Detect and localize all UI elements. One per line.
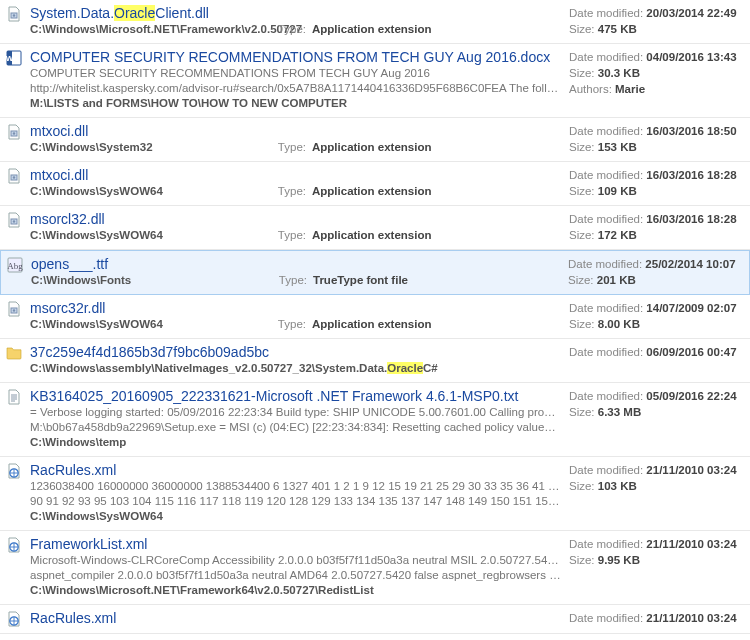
result-path: M:\LISTS and FORMS\HOW TO\HOW TO NEW COM… <box>30 97 347 109</box>
file-type-icon <box>6 299 26 332</box>
svg-text:Abg: Abg <box>7 261 23 271</box>
search-result-row[interactable]: WCOMPUTER SECURITY RECOMMENDATIONS FROM … <box>0 44 750 118</box>
result-title[interactable]: msorcl32.dll <box>30 210 561 228</box>
date-modified: Date modified: 21/11/2010 03:24 <box>569 610 744 626</box>
file-size: Size: 30.3 KB <box>569 65 744 81</box>
result-meta: Date modified: 16/03/2016 18:28Size: 109… <box>569 166 744 199</box>
search-result-row[interactable]: mtxoci.dllC:\Windows\SysWOW64Type:Applic… <box>0 162 750 206</box>
application-extension-icon <box>6 168 22 184</box>
result-title[interactable]: FrameworkList.xml <box>30 535 561 553</box>
result-path: C:\Windows\temp <box>30 436 126 448</box>
file-type-icon <box>6 210 26 243</box>
result-title[interactable]: RacRules.xml <box>30 461 561 479</box>
file-type-icon <box>6 343 26 376</box>
font-file-icon: Abg <box>7 257 23 273</box>
date-modified: Date modified: 25/02/2014 10:07 <box>568 256 743 272</box>
date-modified: Date modified: 14/07/2009 02:07 <box>569 300 744 316</box>
date-modified: Date modified: 16/03/2016 18:50 <box>569 123 744 139</box>
file-size: Size: 201 KB <box>568 272 743 288</box>
file-type-icon <box>6 535 26 598</box>
result-title[interactable]: msorc32r.dll <box>30 299 561 317</box>
result-snippet: COMPUTER SECURITY RECOMMENDATIONS FROM T… <box>30 66 561 81</box>
svg-point-8 <box>13 176 15 178</box>
search-result-row[interactable]: Abgopens___.ttfC:\Windows\FontsType:True… <box>0 250 750 295</box>
file-authors: Authors: Marie <box>569 81 744 97</box>
result-path: C:\Windows\System32 <box>30 141 153 153</box>
result-main: 37c259e4f4d1865b3d7f9bc6b09ad5bcC:\Windo… <box>26 343 569 376</box>
file-size: Size: 103 KB <box>569 478 744 494</box>
result-meta: Date modified: 25/02/2014 10:07Size: 201… <box>568 255 743 288</box>
result-title[interactable]: COMPUTER SECURITY RECOMMENDATIONS FROM T… <box>30 48 561 66</box>
svg-text:W: W <box>6 54 14 63</box>
file-type-icon <box>6 122 26 155</box>
file-size: Size: 9.95 KB <box>569 552 744 568</box>
result-main: FrameworkList.xmlMicrosoft-Windows-CLRCo… <box>26 535 569 598</box>
search-result-row[interactable]: RacRules.xml1236038400 16000000 36000000… <box>0 457 750 531</box>
result-path: C:\Windows\Microsoft.NET\Framework64\v2.… <box>30 584 374 596</box>
result-main: mtxoci.dllC:\Windows\SysWOW64Type:Applic… <box>26 166 569 199</box>
result-path: C:\Windows\SysWOW64 <box>30 229 163 241</box>
result-main: KB3164025_20160905_222331621-Microsoft .… <box>26 387 569 450</box>
search-result-row[interactable]: FrameworkList.xmlMicrosoft-Windows-CLRCo… <box>0 531 750 605</box>
file-type-icon <box>6 461 26 524</box>
result-meta: Date modified: 05/09/2016 22:24Size: 6.3… <box>569 387 744 450</box>
search-result-row[interactable]: KB3164025_20160905_222331621-Microsoft .… <box>0 383 750 457</box>
result-path: C:\Windows\Fonts <box>31 274 131 286</box>
search-result-row[interactable]: RacRules.xmlDate modified: 21/11/2010 03… <box>0 605 750 634</box>
result-main: opens___.ttfC:\Windows\FontsType:TrueTyp… <box>27 255 568 288</box>
result-title[interactable]: mtxoci.dll <box>30 166 561 184</box>
result-title[interactable]: opens___.ttf <box>31 255 560 273</box>
result-main: System.Data.OracleClient.dllC:\Windows\M… <box>26 4 569 37</box>
xml-file-icon <box>6 537 22 553</box>
word-document-icon: W <box>6 50 22 66</box>
result-main: COMPUTER SECURITY RECOMMENDATIONS FROM T… <box>26 48 569 111</box>
file-size: Size: 109 KB <box>569 183 744 199</box>
result-meta: Date modified: 16/03/2016 18:50Size: 153… <box>569 122 744 155</box>
search-result-row[interactable]: msorcl32.dllC:\Windows\SysWOW64Type:Appl… <box>0 206 750 250</box>
result-title[interactable]: 37c259e4f4d1865b3d7f9bc6b09ad5bc <box>30 343 561 361</box>
result-snippet: M:\b0b67a458db9a22969\Setup.exe = MSI (c… <box>30 420 561 435</box>
file-type-icon <box>6 4 26 37</box>
text-file-icon <box>6 389 22 405</box>
file-size: Size: 172 KB <box>569 227 744 243</box>
result-meta: Date modified: 21/11/2010 03:24Size: 103… <box>569 461 744 524</box>
result-title[interactable]: System.Data.OracleClient.dll <box>30 4 561 22</box>
result-path: C:\Windows\Microsoft.NET\Framework\v2.0.… <box>30 23 302 35</box>
application-extension-icon <box>6 212 22 228</box>
result-path: C:\Windows\SysWOW64 <box>30 185 163 197</box>
result-snippet: http://whitelist.kaspersky.com/advisor-r… <box>30 81 561 96</box>
result-meta: Date modified: 16/03/2016 18:28Size: 172… <box>569 210 744 243</box>
search-result-row[interactable]: System.Data.OracleClient.dllC:\Windows\M… <box>0 0 750 44</box>
search-highlight: Oracle <box>114 5 155 21</box>
result-snippet: aspnet_compiler 2.0.0.0 b03f5f7f11d50a3a… <box>30 568 561 583</box>
result-title[interactable]: mtxoci.dll <box>30 122 561 140</box>
result-path: C:\Windows\SysWOW64 <box>30 510 163 522</box>
result-main: RacRules.xml1236038400 16000000 36000000… <box>26 461 569 524</box>
result-snippet: = Verbose logging started: 05/09/2016 22… <box>30 405 561 420</box>
file-type-icon: Abg <box>7 255 27 288</box>
svg-point-1 <box>13 14 15 16</box>
date-modified: Date modified: 16/03/2016 18:28 <box>569 167 744 183</box>
date-modified: Date modified: 20/03/2014 22:49 <box>569 5 744 21</box>
result-meta: Date modified: 21/11/2010 03:24 <box>569 609 744 627</box>
search-result-row[interactable]: mtxoci.dllC:\Windows\System32Type:Applic… <box>0 118 750 162</box>
result-main: mtxoci.dllC:\Windows\System32Type:Applic… <box>26 122 569 155</box>
search-result-row[interactable]: 37c259e4f4d1865b3d7f9bc6b09ad5bcC:\Windo… <box>0 339 750 383</box>
date-modified: Date modified: 21/11/2010 03:24 <box>569 536 744 552</box>
result-main: RacRules.xml <box>26 609 569 627</box>
result-path: C:\Windows\SysWOW64 <box>30 318 163 330</box>
search-result-row[interactable]: msorc32r.dllC:\Windows\SysWOW64Type:Appl… <box>0 295 750 339</box>
application-extension-icon <box>6 301 22 317</box>
result-snippet: 90 91 92 93 95 103 104 115 116 117 118 1… <box>30 494 561 509</box>
svg-point-6 <box>13 132 15 134</box>
application-extension-icon <box>6 124 22 140</box>
result-title[interactable]: RacRules.xml <box>30 609 561 627</box>
date-modified: Date modified: 16/03/2016 18:28 <box>569 211 744 227</box>
result-meta: Date modified: 04/09/2016 13:43Size: 30.… <box>569 48 744 111</box>
result-meta: Date modified: 14/07/2009 02:07Size: 8.0… <box>569 299 744 332</box>
date-modified: Date modified: 06/09/2016 00:47 <box>569 344 744 360</box>
result-title[interactable]: KB3164025_20160905_222331621-Microsoft .… <box>30 387 561 405</box>
result-snippet: 1236038400 16000000 36000000 1388534400 … <box>30 479 561 494</box>
file-type-icon <box>6 166 26 199</box>
svg-point-14 <box>13 309 15 311</box>
